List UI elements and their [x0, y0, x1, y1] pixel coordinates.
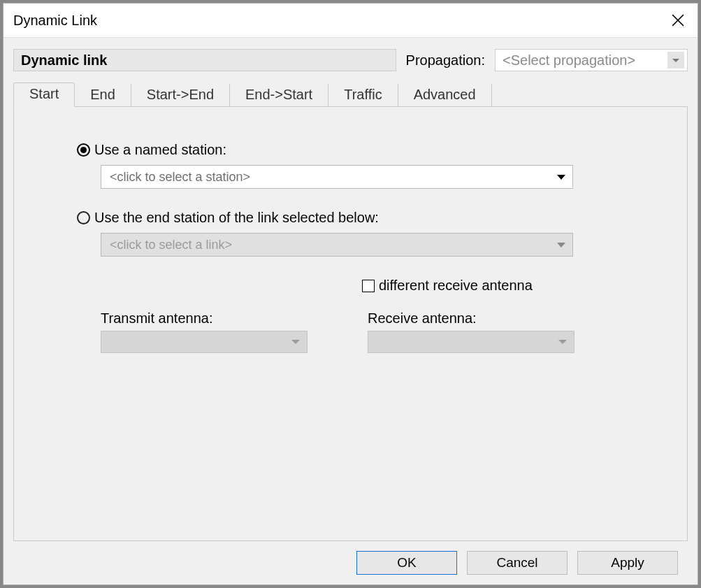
header-row: Dynamic link Propagation: <Select propag…	[13, 49, 688, 71]
dialog-content: Dynamic link Propagation: <Select propag…	[3, 37, 698, 585]
tab-start-end[interactable]: Start->End	[131, 84, 230, 107]
tab-label: End	[90, 87, 115, 102]
tab-label: Start	[29, 86, 59, 101]
link-select[interactable]: <click to select a link>	[101, 233, 573, 257]
antenna-row: Transmit antenna: Receive antenna:	[101, 310, 634, 353]
ok-button-label: OK	[397, 555, 416, 571]
propagation-chevron-box	[667, 52, 684, 69]
station-select-placeholder: <click to select a station>	[110, 170, 250, 185]
chevron-down-icon	[557, 175, 565, 180]
tab-label: Traffic	[344, 87, 382, 102]
propagation-placeholder: <Select propagation>	[503, 52, 635, 69]
radio-named-station-label: Use a named station:	[94, 142, 226, 158]
radio-end-link-row[interactable]: Use the end station of the link selected…	[77, 210, 634, 226]
tab-end-start[interactable]: End->Start	[230, 84, 328, 107]
tab-label: Start->End	[147, 87, 214, 102]
apply-button-label: Apply	[611, 555, 644, 571]
different-receive-checkbox[interactable]	[362, 280, 375, 292]
cancel-button[interactable]: Cancel	[467, 551, 568, 575]
ok-button[interactable]: OK	[356, 551, 457, 575]
tab-end[interactable]: End	[75, 84, 131, 107]
receive-antenna-select[interactable]	[368, 331, 574, 353]
cancel-button-label: Cancel	[496, 555, 537, 571]
transmit-antenna-select[interactable]	[101, 331, 308, 353]
different-receive-label: different receive antenna	[379, 278, 533, 294]
tab-panel-start: Use a named station: <click to select a …	[13, 106, 688, 541]
transmit-antenna-col: Transmit antenna:	[101, 310, 308, 353]
receive-antenna-label: Receive antenna:	[368, 310, 574, 327]
radio-named-station-row[interactable]: Use a named station:	[77, 142, 634, 158]
chevron-down-icon	[558, 340, 567, 344]
apply-button[interactable]: Apply	[577, 551, 678, 575]
transmit-antenna-label: Transmit antenna:	[101, 310, 308, 327]
close-icon	[672, 14, 684, 27]
radio-named-station[interactable]	[77, 143, 90, 157]
chevron-down-icon	[672, 59, 679, 62]
tab-strip: Start End Start->End End->Start Traffic …	[13, 81, 688, 106]
receive-antenna-col: Receive antenna:	[368, 310, 574, 353]
tab-traffic[interactable]: Traffic	[328, 84, 398, 107]
tab-label: Advanced	[414, 87, 476, 102]
window-title: Dynamic Link	[13, 13, 97, 29]
radio-end-link[interactable]	[77, 211, 90, 224]
dialog-footer: OK Cancel Apply	[13, 541, 688, 585]
link-name-field[interactable]: Dynamic link	[13, 49, 396, 71]
tab-start[interactable]: Start	[13, 83, 75, 107]
propagation-label: Propagation:	[406, 52, 485, 69]
station-select[interactable]: <click to select a station>	[101, 165, 573, 189]
tab-label: End->Start	[245, 87, 312, 102]
propagation-select[interactable]: <Select propagation>	[495, 49, 688, 71]
close-button[interactable]	[658, 3, 698, 37]
link-select-placeholder: <click to select a link>	[110, 238, 232, 252]
tab-advanced[interactable]: Advanced	[398, 84, 492, 107]
chevron-down-icon	[557, 243, 565, 248]
link-name-value: Dynamic link	[21, 52, 107, 69]
radio-dot-icon	[80, 147, 87, 153]
radio-end-link-label: Use the end station of the link selected…	[94, 210, 379, 226]
titlebar: Dynamic Link	[3, 3, 698, 37]
different-receive-row[interactable]: different receive antenna	[362, 278, 634, 294]
dialog-window: Dynamic Link Dynamic link Propagation: <…	[3, 3, 698, 585]
chevron-down-icon	[291, 340, 300, 344]
